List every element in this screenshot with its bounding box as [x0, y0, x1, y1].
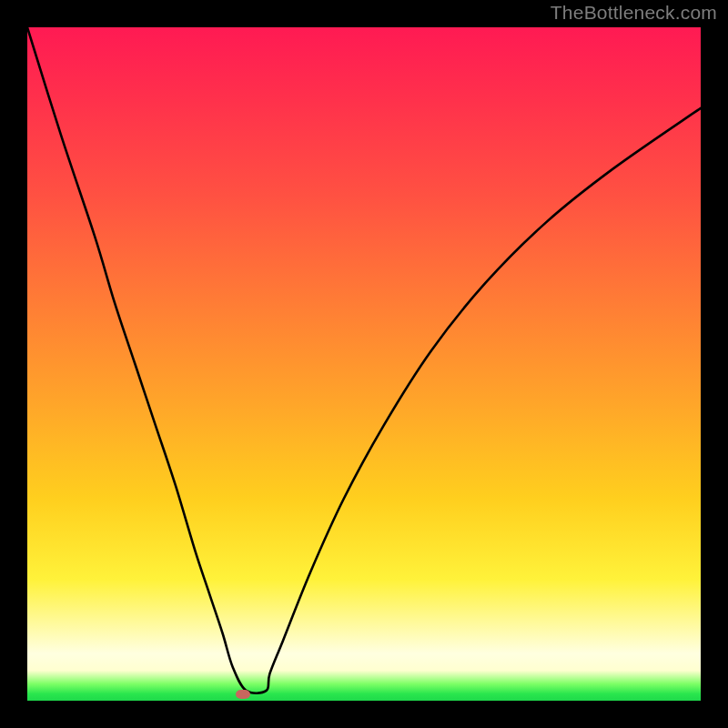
chart-frame: TheBottleneck.com: [0, 0, 728, 728]
curve-svg: [27, 27, 701, 701]
bottleneck-curve: [27, 27, 701, 693]
watermark-text: TheBottleneck.com: [551, 2, 717, 24]
plot-area: [27, 27, 701, 701]
minimum-marker: [236, 690, 250, 699]
